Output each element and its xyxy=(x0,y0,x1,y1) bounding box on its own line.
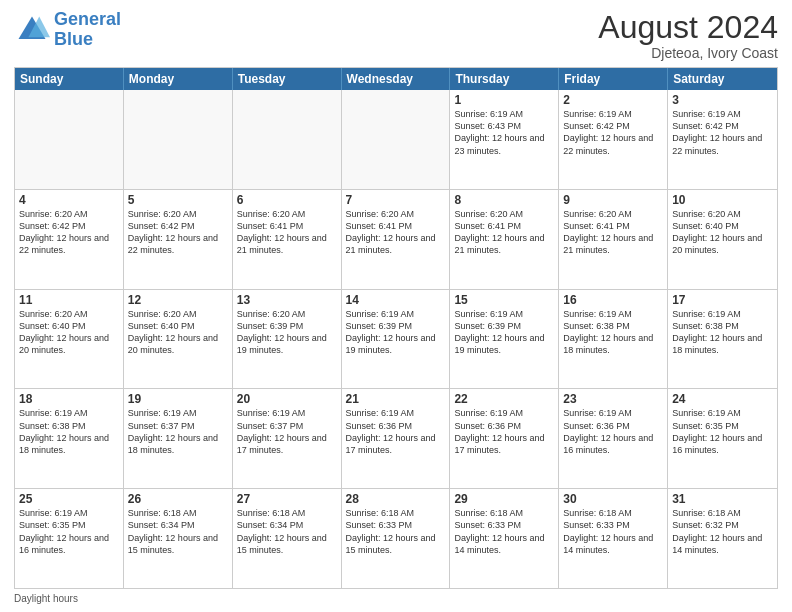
sunset-2-4: Sunset: 6:39 PM xyxy=(454,321,521,331)
daylight-2-5: Daylight: 12 hours and 18 minutes. xyxy=(563,333,653,355)
daylight-1-1: Daylight: 12 hours and 22 minutes. xyxy=(128,233,218,255)
sunset-2-1: Sunset: 6:40 PM xyxy=(128,321,195,331)
header-thursday: Thursday xyxy=(450,68,559,90)
calendar-cell-1-2: 6Sunrise: 6:20 AMSunset: 6:41 PMDaylight… xyxy=(233,190,342,289)
daylight-0-4: Daylight: 12 hours and 23 minutes. xyxy=(454,133,544,155)
calendar-cell-0-0 xyxy=(15,90,124,189)
sunset-2-5: Sunset: 6:38 PM xyxy=(563,321,630,331)
cell-info-2-4: Sunrise: 6:19 AMSunset: 6:39 PMDaylight:… xyxy=(454,308,554,357)
page: General Blue August 2024 Djeteoa, Ivory … xyxy=(0,0,792,612)
calendar-cell-0-3 xyxy=(342,90,451,189)
day-number-4-2: 27 xyxy=(237,492,337,506)
footer-note: Daylight hours xyxy=(14,593,778,604)
logo-general: General xyxy=(54,9,121,29)
calendar-cell-4-6: 31Sunrise: 6:18 AMSunset: 6:32 PMDayligh… xyxy=(668,489,777,588)
calendar-cell-1-1: 5Sunrise: 6:20 AMSunset: 6:42 PMDaylight… xyxy=(124,190,233,289)
sunrise-1-4: Sunrise: 6:20 AM xyxy=(454,209,523,219)
cell-info-3-0: Sunrise: 6:19 AMSunset: 6:38 PMDaylight:… xyxy=(19,407,119,456)
day-number-2-3: 14 xyxy=(346,293,446,307)
day-number-0-5: 2 xyxy=(563,93,663,107)
sunset-3-4: Sunset: 6:36 PM xyxy=(454,421,521,431)
daylight-1-2: Daylight: 12 hours and 21 minutes. xyxy=(237,233,327,255)
daylight-1-0: Daylight: 12 hours and 22 minutes. xyxy=(19,233,109,255)
sunset-3-3: Sunset: 6:36 PM xyxy=(346,421,413,431)
logo: General Blue xyxy=(14,10,121,50)
sunrise-4-5: Sunrise: 6:18 AM xyxy=(563,508,632,518)
day-number-1-2: 6 xyxy=(237,193,337,207)
daylight-3-2: Daylight: 12 hours and 17 minutes. xyxy=(237,433,327,455)
sunset-1-0: Sunset: 6:42 PM xyxy=(19,221,86,231)
cell-info-1-4: Sunrise: 6:20 AMSunset: 6:41 PMDaylight:… xyxy=(454,208,554,257)
calendar-cell-2-1: 12Sunrise: 6:20 AMSunset: 6:40 PMDayligh… xyxy=(124,290,233,389)
cell-info-0-5: Sunrise: 6:19 AMSunset: 6:42 PMDaylight:… xyxy=(563,108,663,157)
calendar-cell-2-6: 17Sunrise: 6:19 AMSunset: 6:38 PMDayligh… xyxy=(668,290,777,389)
sunrise-4-6: Sunrise: 6:18 AM xyxy=(672,508,741,518)
daylight-4-1: Daylight: 12 hours and 15 minutes. xyxy=(128,533,218,555)
calendar-cell-3-3: 21Sunrise: 6:19 AMSunset: 6:36 PMDayligh… xyxy=(342,389,451,488)
cell-info-3-3: Sunrise: 6:19 AMSunset: 6:36 PMDaylight:… xyxy=(346,407,446,456)
calendar-row-0: 1Sunrise: 6:19 AMSunset: 6:43 PMDaylight… xyxy=(15,90,777,189)
title-block: August 2024 Djeteoa, Ivory Coast xyxy=(598,10,778,61)
sunset-4-2: Sunset: 6:34 PM xyxy=(237,520,304,530)
sunrise-1-0: Sunrise: 6:20 AM xyxy=(19,209,88,219)
cell-info-3-5: Sunrise: 6:19 AMSunset: 6:36 PMDaylight:… xyxy=(563,407,663,456)
sunset-1-1: Sunset: 6:42 PM xyxy=(128,221,195,231)
sunrise-2-5: Sunrise: 6:19 AM xyxy=(563,309,632,319)
sunrise-2-3: Sunrise: 6:19 AM xyxy=(346,309,415,319)
sunrise-1-6: Sunrise: 6:20 AM xyxy=(672,209,741,219)
day-number-1-6: 10 xyxy=(672,193,773,207)
cell-info-0-6: Sunrise: 6:19 AMSunset: 6:42 PMDaylight:… xyxy=(672,108,773,157)
sunrise-1-2: Sunrise: 6:20 AM xyxy=(237,209,306,219)
calendar-cell-4-2: 27Sunrise: 6:18 AMSunset: 6:34 PMDayligh… xyxy=(233,489,342,588)
calendar-row-3: 18Sunrise: 6:19 AMSunset: 6:38 PMDayligh… xyxy=(15,388,777,488)
daylight-3-1: Daylight: 12 hours and 18 minutes. xyxy=(128,433,218,455)
calendar-row-2: 11Sunrise: 6:20 AMSunset: 6:40 PMDayligh… xyxy=(15,289,777,389)
sunrise-0-5: Sunrise: 6:19 AM xyxy=(563,109,632,119)
sunrise-3-0: Sunrise: 6:19 AM xyxy=(19,408,88,418)
calendar-cell-3-2: 20Sunrise: 6:19 AMSunset: 6:37 PMDayligh… xyxy=(233,389,342,488)
day-number-3-2: 20 xyxy=(237,392,337,406)
sunset-1-3: Sunset: 6:41 PM xyxy=(346,221,413,231)
sunset-1-6: Sunset: 6:40 PM xyxy=(672,221,739,231)
calendar-cell-4-4: 29Sunrise: 6:18 AMSunset: 6:33 PMDayligh… xyxy=(450,489,559,588)
daylight-2-2: Daylight: 12 hours and 19 minutes. xyxy=(237,333,327,355)
cell-info-2-0: Sunrise: 6:20 AMSunset: 6:40 PMDaylight:… xyxy=(19,308,119,357)
sunrise-2-2: Sunrise: 6:20 AM xyxy=(237,309,306,319)
logo-blue: Blue xyxy=(54,29,93,49)
daylight-4-5: Daylight: 12 hours and 14 minutes. xyxy=(563,533,653,555)
calendar-cell-1-3: 7Sunrise: 6:20 AMSunset: 6:41 PMDaylight… xyxy=(342,190,451,289)
sunset-4-3: Sunset: 6:33 PM xyxy=(346,520,413,530)
cell-info-2-5: Sunrise: 6:19 AMSunset: 6:38 PMDaylight:… xyxy=(563,308,663,357)
day-number-3-1: 19 xyxy=(128,392,228,406)
calendar-cell-4-1: 26Sunrise: 6:18 AMSunset: 6:34 PMDayligh… xyxy=(124,489,233,588)
sunrise-4-1: Sunrise: 6:18 AM xyxy=(128,508,197,518)
daylight-2-1: Daylight: 12 hours and 20 minutes. xyxy=(128,333,218,355)
daylight-2-4: Daylight: 12 hours and 19 minutes. xyxy=(454,333,544,355)
header-friday: Friday xyxy=(559,68,668,90)
cell-info-3-2: Sunrise: 6:19 AMSunset: 6:37 PMDaylight:… xyxy=(237,407,337,456)
daylight-1-3: Daylight: 12 hours and 21 minutes. xyxy=(346,233,436,255)
calendar-cell-2-2: 13Sunrise: 6:20 AMSunset: 6:39 PMDayligh… xyxy=(233,290,342,389)
sunrise-2-0: Sunrise: 6:20 AM xyxy=(19,309,88,319)
sunrise-3-2: Sunrise: 6:19 AM xyxy=(237,408,306,418)
sunset-0-4: Sunset: 6:43 PM xyxy=(454,121,521,131)
sunset-4-5: Sunset: 6:33 PM xyxy=(563,520,630,530)
header: General Blue August 2024 Djeteoa, Ivory … xyxy=(14,10,778,61)
cell-info-1-0: Sunrise: 6:20 AMSunset: 6:42 PMDaylight:… xyxy=(19,208,119,257)
day-number-2-2: 13 xyxy=(237,293,337,307)
sunrise-2-1: Sunrise: 6:20 AM xyxy=(128,309,197,319)
sunrise-0-4: Sunrise: 6:19 AM xyxy=(454,109,523,119)
sunrise-1-3: Sunrise: 6:20 AM xyxy=(346,209,415,219)
daylight-4-3: Daylight: 12 hours and 15 minutes. xyxy=(346,533,436,555)
cell-info-4-4: Sunrise: 6:18 AMSunset: 6:33 PMDaylight:… xyxy=(454,507,554,556)
calendar-cell-3-4: 22Sunrise: 6:19 AMSunset: 6:36 PMDayligh… xyxy=(450,389,559,488)
calendar-cell-3-0: 18Sunrise: 6:19 AMSunset: 6:38 PMDayligh… xyxy=(15,389,124,488)
sunrise-4-2: Sunrise: 6:18 AM xyxy=(237,508,306,518)
calendar-cell-2-0: 11Sunrise: 6:20 AMSunset: 6:40 PMDayligh… xyxy=(15,290,124,389)
daylight-0-5: Daylight: 12 hours and 22 minutes. xyxy=(563,133,653,155)
cell-info-1-5: Sunrise: 6:20 AMSunset: 6:41 PMDaylight:… xyxy=(563,208,663,257)
sunset-1-4: Sunset: 6:41 PM xyxy=(454,221,521,231)
sunset-1-2: Sunset: 6:41 PM xyxy=(237,221,304,231)
sunrise-3-3: Sunrise: 6:19 AM xyxy=(346,408,415,418)
sunset-3-6: Sunset: 6:35 PM xyxy=(672,421,739,431)
